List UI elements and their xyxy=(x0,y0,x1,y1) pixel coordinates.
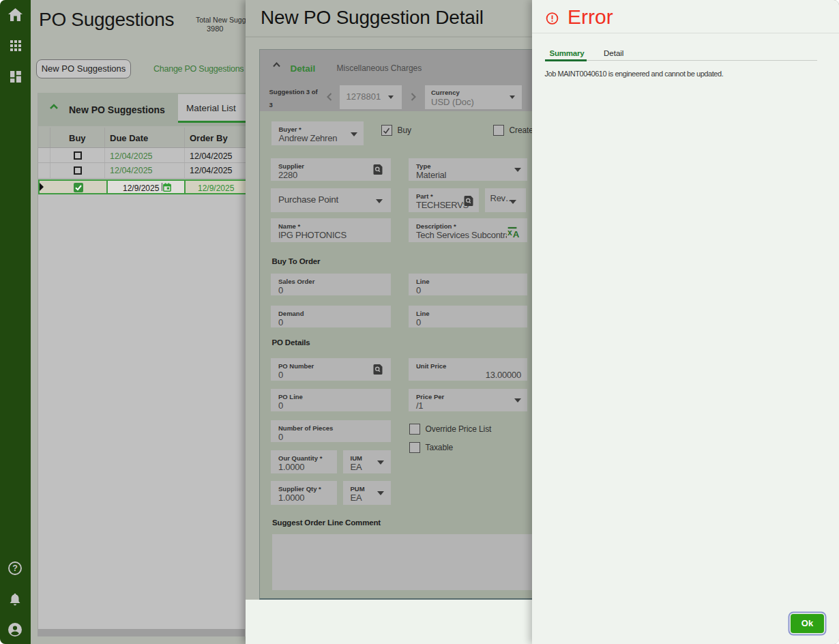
svg-text:x: x xyxy=(507,228,512,237)
svg-text:?: ? xyxy=(12,564,18,573)
svg-text:A: A xyxy=(513,229,520,239)
